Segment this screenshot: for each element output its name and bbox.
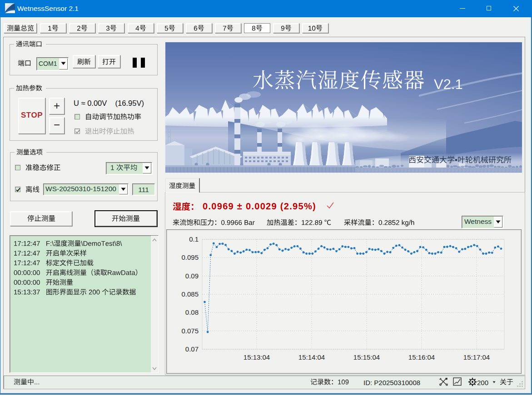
svg-text:0.075: 0.075 xyxy=(181,327,199,335)
svg-text:0.1: 0.1 xyxy=(189,235,199,243)
svg-text:0.08: 0.08 xyxy=(185,308,199,316)
svg-text:15:16:04: 15:16:04 xyxy=(408,353,435,361)
svg-text:0.085: 0.085 xyxy=(181,290,199,298)
svg-text:0.07: 0.07 xyxy=(185,345,199,353)
svg-text:15:13:04: 15:13:04 xyxy=(244,353,270,361)
svg-text:15:15:04: 15:15:04 xyxy=(353,353,380,361)
svg-text:15:17:04: 15:17:04 xyxy=(463,353,490,361)
svg-text:15:14:04: 15:14:04 xyxy=(298,353,325,361)
svg-text:0.095: 0.095 xyxy=(181,253,199,261)
svg-text:0.09: 0.09 xyxy=(185,272,199,280)
